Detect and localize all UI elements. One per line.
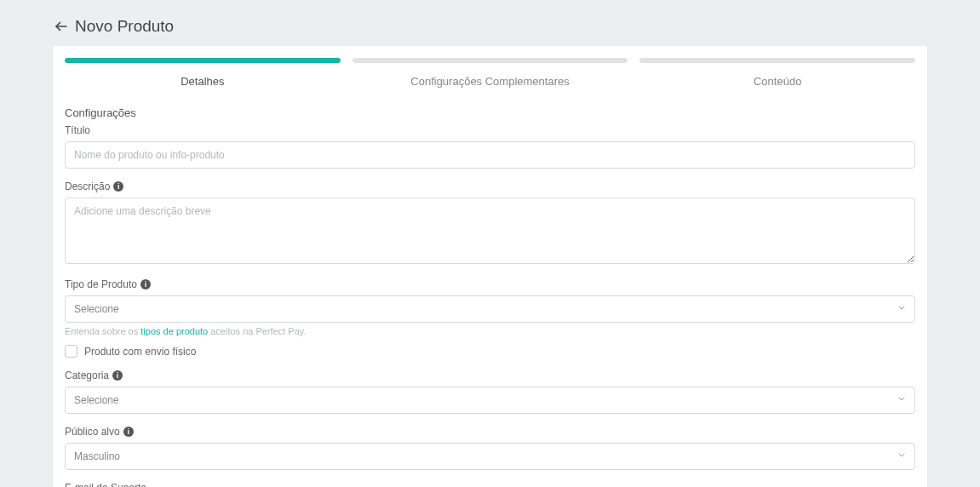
label-text: Categoria [65, 370, 109, 381]
back-arrow-icon[interactable] [53, 18, 70, 35]
checkbox-label: Produto com envio físico [84, 346, 196, 358]
form-card: Detalhes Configurações Complementares Co… [53, 46, 927, 487]
select-value: Selecione [65, 387, 915, 414]
label-text: Público alvo [65, 426, 120, 438]
select-value: Selecione [65, 295, 915, 323]
step-bar [65, 58, 341, 63]
checkbox-envio-fisico[interactable] [65, 345, 77, 358]
info-icon[interactable]: i [123, 427, 134, 437]
info-icon[interactable]: i [140, 279, 151, 289]
help-link[interactable]: tipos de produto [140, 326, 208, 336]
help-tipo-produto: Entenda sobre os tipos de produto aceito… [65, 326, 915, 336]
info-icon[interactable]: i [113, 181, 123, 192]
label-text: Título [65, 124, 90, 136]
textarea-descricao[interactable] [65, 198, 915, 264]
field-publico-alvo: Público alvo i Masculino [65, 426, 915, 470]
step-bar [352, 58, 628, 63]
help-prefix: Entenda sobre os [65, 326, 140, 336]
help-suffix: aceitos na Perfect Pay. [208, 326, 306, 336]
select-tipo-produto[interactable]: Selecione [65, 295, 915, 323]
field-categoria: Categoria i Selecione [65, 370, 915, 414]
field-descricao: Descrição i [65, 180, 915, 266]
label-text: Descrição [65, 180, 110, 192]
page-header: Novo Produto [0, 0, 980, 46]
label-email-suporte: E-mail de Suporte [65, 482, 915, 487]
step-label: Detalhes [65, 75, 341, 100]
label-publico-alvo: Público alvo i [65, 426, 915, 438]
stepper: Detalhes Configurações Complementares Co… [53, 46, 927, 100]
field-email-suporte: E-mail de Suporte [65, 482, 915, 487]
label-titulo: Título [65, 124, 915, 136]
step-bar [639, 58, 915, 63]
input-titulo[interactable] [65, 141, 915, 169]
step-label: Conteúdo [639, 75, 915, 100]
label-text: Tipo de Produto [65, 278, 137, 290]
section-title: Configurações [65, 100, 915, 124]
page-title: Novo Produto [75, 17, 174, 36]
step-detalhes[interactable]: Detalhes [65, 58, 341, 100]
form-area: Configurações Título Descrição i Tipo [53, 100, 927, 487]
step-label: Configurações Complementares [352, 75, 628, 100]
checkbox-envio-fisico-row: Produto com envio físico [65, 345, 915, 358]
field-tipo-produto: Tipo de Produto i Selecione Entenda sobr… [65, 278, 915, 336]
label-descricao: Descrição i [65, 180, 915, 192]
select-value: Masculino [65, 443, 915, 470]
step-configuracoes-complementares[interactable]: Configurações Complementares [352, 58, 628, 100]
label-categoria: Categoria i [65, 370, 915, 381]
step-conteudo[interactable]: Conteúdo [639, 58, 915, 100]
select-categoria[interactable]: Selecione [65, 387, 915, 414]
info-icon[interactable]: i [112, 370, 123, 381]
select-publico-alvo[interactable]: Masculino [65, 443, 915, 470]
label-tipo-produto: Tipo de Produto i [65, 278, 915, 290]
label-text: E-mail de Suporte [65, 482, 146, 487]
field-titulo: Título [65, 124, 915, 169]
